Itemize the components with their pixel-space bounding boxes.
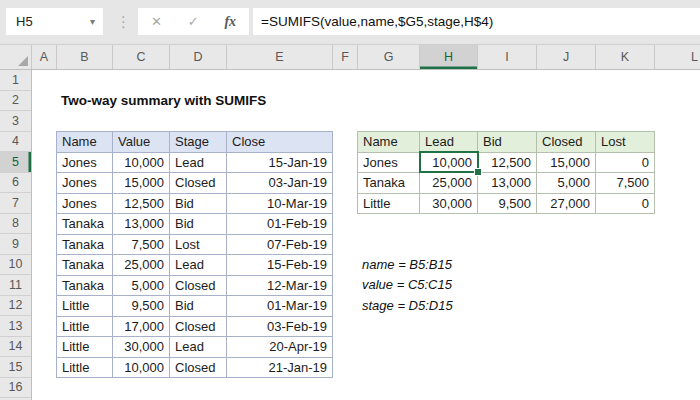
cell-name[interactable]: Jones — [57, 194, 113, 215]
cell-value[interactable]: 7,500 — [113, 235, 170, 256]
row-header[interactable]: 5 — [0, 152, 31, 173]
cell-name[interactable]: Little — [57, 317, 113, 338]
source-table-header-cell[interactable]: Stage — [170, 132, 227, 153]
chevron-down-icon[interactable]: ▾ — [90, 16, 103, 27]
cell-closed[interactable]: 27,000 — [537, 194, 596, 215]
name-box[interactable]: H5 ▾ — [6, 8, 103, 35]
summary-table-header-cell[interactable]: Lost — [596, 132, 655, 153]
cell-close-date[interactable]: 12-Mar-19 — [227, 276, 333, 297]
cell-stage[interactable]: Lead — [170, 153, 227, 174]
cell-name[interactable]: Little — [358, 194, 420, 215]
row-header[interactable]: 13 — [0, 316, 31, 337]
source-table-header-cell[interactable]: Value — [113, 132, 170, 153]
cell-close-date[interactable]: 20-Apr-19 — [227, 337, 333, 358]
source-table-header-cell[interactable]: Name — [57, 132, 113, 153]
summary-table-header-cell[interactable]: Lead — [420, 132, 478, 153]
row-header[interactable]: 9 — [0, 234, 31, 255]
cell-value[interactable]: 15,000 — [113, 173, 170, 194]
select-all-corner[interactable] — [0, 45, 32, 69]
cell-name[interactable]: Jones — [57, 153, 113, 174]
cell-stage[interactable]: Lost — [170, 235, 227, 256]
cell-value[interactable]: 17,000 — [113, 317, 170, 338]
summary-table-header-cell[interactable]: Name — [358, 132, 420, 153]
row-header[interactable]: 16 — [0, 378, 31, 399]
cell-value[interactable]: 10,000 — [113, 358, 170, 379]
cell-stage[interactable]: Closed — [170, 276, 227, 297]
cell-name[interactable]: Tanaka — [57, 255, 113, 276]
row-header[interactable]: 4 — [0, 132, 31, 153]
summary-table-header-cell[interactable]: Bid — [478, 132, 537, 153]
cell-close-date[interactable]: 15-Feb-19 — [227, 255, 333, 276]
cell-stage[interactable]: Lead — [170, 255, 227, 276]
column-header[interactable]: I — [478, 45, 537, 69]
cell-close-date[interactable]: 07-Feb-19 — [227, 235, 333, 256]
cancel-icon[interactable]: ✕ — [151, 14, 162, 29]
column-header[interactable]: J — [537, 45, 596, 69]
cell-name[interactable]: Jones — [358, 153, 420, 174]
cell-close-date[interactable]: 15-Jan-19 — [227, 153, 333, 174]
cell-close-date[interactable]: 01-Mar-19 — [227, 296, 333, 317]
column-header[interactable]: B — [57, 45, 113, 69]
cell-stage[interactable]: Bid — [170, 296, 227, 317]
cell-value[interactable]: 13,000 — [113, 214, 170, 235]
row-header[interactable]: 8 — [0, 214, 31, 235]
cell-lost[interactable]: 0 — [596, 194, 655, 215]
cell-name[interactable]: Tanaka — [57, 235, 113, 256]
cell-stage[interactable]: Closed — [170, 317, 227, 338]
cell-closed[interactable]: 5,000 — [537, 173, 596, 194]
active-cell-selection[interactable] — [419, 151, 479, 173]
cell-name[interactable]: Tanaka — [57, 214, 113, 235]
cell-bid[interactable]: 12,500 — [478, 153, 537, 174]
cell-bid[interactable]: 13,000 — [478, 173, 537, 194]
cell-close-date[interactable]: 03-Jan-19 — [227, 173, 333, 194]
row-header[interactable]: 1 — [0, 70, 31, 91]
cell-name[interactable]: Jones — [57, 173, 113, 194]
cell-bid[interactable]: 9,500 — [478, 194, 537, 215]
cell-stage[interactable]: Bid — [170, 194, 227, 215]
formula-input[interactable]: =SUMIFS(value,name,$G5,stage,H$4) — [253, 8, 700, 35]
cell-name[interactable]: Little — [57, 296, 113, 317]
column-header[interactable]: H — [420, 45, 478, 69]
row-header[interactable]: 2 — [0, 91, 31, 112]
column-header[interactable]: E — [227, 45, 333, 69]
cell-close-date[interactable]: 01-Feb-19 — [227, 214, 333, 235]
enter-icon[interactable]: ✓ — [188, 14, 199, 29]
row-header[interactable]: 7 — [0, 193, 31, 214]
cell-lost[interactable]: 0 — [596, 153, 655, 174]
row-header[interactable]: 12 — [0, 296, 31, 317]
column-header[interactable]: G — [358, 45, 420, 69]
row-header[interactable]: 3 — [0, 111, 31, 132]
column-header[interactable]: K — [596, 45, 655, 69]
cell-value[interactable]: 5,000 — [113, 276, 170, 297]
row-header[interactable]: 14 — [0, 337, 31, 358]
cell-close-date[interactable]: 03-Feb-19 — [227, 317, 333, 338]
cell-stage[interactable]: Closed — [170, 358, 227, 379]
cell-lost[interactable]: 7,500 — [596, 173, 655, 194]
cell-closed[interactable]: 15,000 — [537, 153, 596, 174]
column-header[interactable]: F — [333, 45, 358, 69]
cell-close-date[interactable]: 21-Jan-19 — [227, 358, 333, 379]
cell-name[interactable]: Tanaka — [358, 173, 420, 194]
summary-table-header-cell[interactable]: Closed — [537, 132, 596, 153]
source-table-header-cell[interactable]: Close — [227, 132, 333, 153]
cell-value[interactable]: 10,000 — [113, 153, 170, 174]
column-header[interactable]: D — [170, 45, 227, 69]
cell-lead[interactable]: 25,000 — [420, 173, 478, 194]
row-header[interactable]: 11 — [0, 275, 31, 296]
column-header[interactable]: A — [32, 45, 57, 69]
cell-value[interactable]: 30,000 — [113, 337, 170, 358]
cell-stage[interactable]: Lead — [170, 337, 227, 358]
column-header[interactable]: L — [655, 45, 700, 69]
row-header[interactable]: 10 — [0, 255, 31, 276]
fill-handle[interactable] — [475, 169, 481, 175]
cell-value[interactable]: 12,500 — [113, 194, 170, 215]
cell-value[interactable]: 9,500 — [113, 296, 170, 317]
row-header[interactable]: 6 — [0, 173, 31, 194]
cell-name[interactable]: Tanaka — [57, 276, 113, 297]
cell-name[interactable]: Little — [57, 358, 113, 379]
cell-stage[interactable]: Bid — [170, 214, 227, 235]
cell-value[interactable]: 25,000 — [113, 255, 170, 276]
cell-close-date[interactable]: 10-Mar-19 — [227, 194, 333, 215]
row-header[interactable]: 15 — [0, 357, 31, 378]
cell-stage[interactable]: Closed — [170, 173, 227, 194]
